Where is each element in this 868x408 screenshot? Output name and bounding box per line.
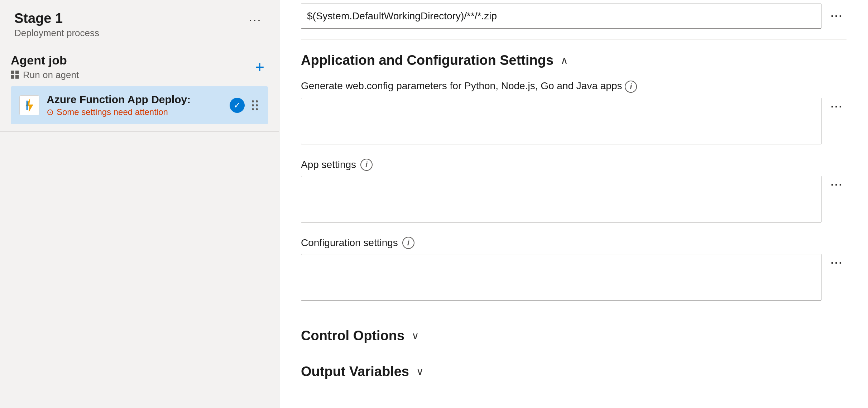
- output-variables-title: Output Variables: [301, 364, 409, 379]
- generate-webconfig-input[interactable]: [301, 98, 821, 144]
- generate-webconfig-label: Generate web.config parameters for Pytho…: [301, 79, 847, 93]
- left-panel: Stage 1 Deployment process ··· Agent job: [0, 0, 279, 408]
- svg-rect-1: [15, 71, 19, 74]
- app-settings-input[interactable]: [301, 176, 821, 222]
- agent-job-subtitle-text: Run on agent: [23, 69, 79, 81]
- grid-icon: [11, 71, 20, 80]
- agent-job-subtitle: Run on agent: [11, 69, 79, 81]
- app-config-title: Application and Configuration Settings: [301, 53, 553, 68]
- app-settings-label: App settings i: [301, 159, 847, 171]
- app-settings-input-row: ···: [301, 176, 847, 222]
- generate-webconfig-input-row: ···: [301, 98, 847, 144]
- agent-job-section: Agent job Run on agent +: [0, 46, 279, 132]
- control-options-expand-button[interactable]: ∨: [410, 328, 421, 343]
- task-info: Azure Function App Deploy: ⊙ Some settin…: [47, 93, 222, 117]
- svg-rect-2: [11, 75, 14, 79]
- stage-subtitle: Deployment process: [14, 28, 99, 39]
- task-warning-text: Some settings need attention: [57, 107, 168, 117]
- control-options-section: Control Options ∨: [301, 315, 847, 351]
- output-variables-section: Output Variables ∨: [301, 351, 847, 387]
- app-settings-info-icon[interactable]: i: [360, 159, 373, 171]
- generate-webconfig-info-icon[interactable]: i: [625, 81, 637, 93]
- check-circle: ✓: [230, 98, 245, 113]
- config-settings-label: Configuration settings i: [301, 237, 847, 249]
- stage-title-block: Stage 1 Deployment process: [14, 11, 99, 39]
- config-settings-info-icon[interactable]: i: [402, 237, 414, 249]
- config-settings-input[interactable]: [301, 254, 821, 301]
- add-task-button[interactable]: +: [251, 59, 268, 75]
- task-icon: [19, 95, 39, 115]
- generate-webconfig-more-button[interactable]: ···: [827, 98, 847, 116]
- task-name: Azure Function App Deploy:: [47, 93, 222, 106]
- svg-rect-0: [11, 71, 14, 74]
- app-config-section-header: Application and Configuration Settings ∧: [301, 39, 847, 79]
- zip-path-more-button[interactable]: ···: [827, 7, 847, 25]
- svg-rect-3: [15, 75, 19, 79]
- config-settings-input-row: ···: [301, 254, 847, 301]
- task-item[interactable]: Azure Function App Deploy: ⊙ Some settin…: [11, 86, 268, 124]
- lightning-icon: [21, 97, 37, 113]
- right-panel: ··· Application and Configuration Settin…: [279, 0, 868, 408]
- control-options-title: Control Options: [301, 328, 404, 344]
- stage-title: Stage 1: [14, 11, 99, 26]
- agent-job-header: Agent job Run on agent +: [11, 53, 268, 81]
- task-right: ✓: [230, 98, 259, 113]
- warning-icon: ⊙: [47, 107, 54, 117]
- agent-job-left: Agent job Run on agent: [11, 53, 79, 81]
- task-icon-bg: [19, 95, 39, 115]
- app-settings-field: App settings i ···: [301, 159, 847, 222]
- task-warning: ⊙ Some settings need attention: [47, 107, 222, 117]
- generate-webconfig-field: Generate web.config parameters for Pytho…: [301, 79, 847, 144]
- app-settings-more-button[interactable]: ···: [827, 176, 847, 194]
- stage-header: Stage 1 Deployment process ···: [0, 0, 279, 46]
- agent-job-title: Agent job: [11, 53, 79, 67]
- top-field-row: ···: [301, 0, 847, 29]
- zip-path-input[interactable]: [301, 4, 821, 29]
- output-variables-expand-button[interactable]: ∨: [415, 364, 425, 379]
- drag-handle[interactable]: [250, 99, 259, 112]
- config-settings-more-button[interactable]: ···: [827, 254, 847, 272]
- app-config-collapse-button[interactable]: ∧: [559, 53, 570, 68]
- config-settings-field: Configuration settings i ···: [301, 237, 847, 301]
- stage-more-button[interactable]: ···: [246, 11, 264, 29]
